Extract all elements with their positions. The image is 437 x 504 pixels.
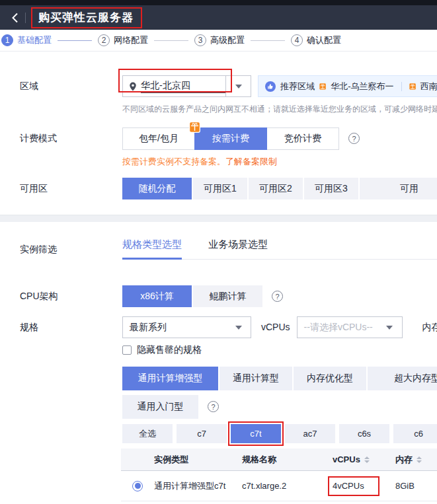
- step-advanced-config[interactable]: 3 高级配置: [194, 34, 245, 46]
- vcpus-select-placeholder: --请选择vCPUs--: [304, 322, 377, 334]
- chevron-down-icon: [235, 85, 242, 89]
- sort-icon[interactable]: [364, 456, 370, 463]
- col-header-instance-type: 实例类型: [154, 454, 242, 466]
- cell-vcpus: 4vCPUs: [323, 481, 389, 491]
- tab-spec-type[interactable]: 规格类型选型: [122, 238, 182, 260]
- cell-instance-type: 通用计算增强型c7t: [154, 480, 242, 492]
- step-number: 1: [1, 34, 13, 46]
- row-radio-selected[interactable]: [132, 481, 143, 491]
- tab-business-scenario[interactable]: 业务场景选型: [208, 238, 268, 260]
- recommended-region-item[interactable]: 西南-贵: [420, 81, 437, 92]
- recommended-region-item[interactable]: 华北-乌兰察布一: [331, 81, 393, 92]
- spec-type-options: 通用计算增强型 通用计算型 内存优化型 超大内存型: [122, 367, 437, 390]
- spec-type-general[interactable]: 通用计算型: [219, 367, 292, 390]
- chevron-down-icon: [235, 326, 242, 330]
- series-select[interactable]: 最新系列: [122, 316, 251, 338]
- az-option-partial[interactable]: 可用: [360, 178, 437, 199]
- gift-icon: [319, 82, 326, 91]
- billing-warning-row: 按需计费实例不支持备案。了解备案限制: [122, 156, 437, 168]
- series-option-c7t[interactable]: c7t: [231, 424, 281, 443]
- app-header: 购买弹性云服务器: [0, 5, 437, 30]
- spec-type-row-2: 通用入门型 ?: [0, 395, 437, 419]
- az-row: 可用区 随机分配 可用区1 可用区2 可用区3 可用: [0, 178, 437, 199]
- vcpus-select[interactable]: --请选择vCPUs--: [297, 316, 403, 338]
- region-select[interactable]: 华北-北京四: [122, 75, 251, 97]
- billing-warning-link[interactable]: 了解备案限制: [225, 157, 277, 166]
- cpu-arch-row: CPU架构 x86计算 鲲鹏计算 ?: [0, 285, 437, 307]
- hide-soldout-label: 隐藏售罄的规格: [137, 344, 202, 356]
- az-option-2[interactable]: 可用区2: [249, 178, 303, 199]
- page-title: 购买弹性云服务器: [38, 11, 134, 24]
- hide-soldout-checkbox[interactable]: [122, 345, 132, 355]
- col-header-memory[interactable]: 内存: [389, 454, 437, 466]
- series-option-c7[interactable]: c7: [177, 424, 227, 443]
- gift-icon: [409, 82, 416, 91]
- filter-tabs: 规格类型选型 业务场景选型: [122, 238, 437, 260]
- recommend-label: 推荐区域: [280, 81, 315, 92]
- col-header-vcpus[interactable]: vCPUs: [323, 454, 389, 464]
- spec-type-general-entry[interactable]: 通用入门型: [122, 395, 198, 419]
- series-option-ac7[interactable]: ac7: [285, 424, 335, 443]
- cpu-option-kunpeng[interactable]: 鲲鹏计算: [193, 285, 262, 307]
- browser-top-strip: [0, 0, 437, 5]
- series-option-c6s[interactable]: c6s: [339, 424, 389, 443]
- series-option-all[interactable]: 全选: [122, 424, 173, 443]
- spec-label: 规格: [20, 316, 122, 338]
- az-option-3[interactable]: 可用区3: [304, 178, 358, 199]
- step-number: 4: [291, 34, 303, 46]
- instance-filter-label: 实例筛选: [20, 238, 122, 260]
- vcpus-dropdown-button[interactable]: [377, 317, 402, 338]
- region-label: 区域: [20, 75, 122, 97]
- step-network-config[interactable]: 2 网络配置: [98, 34, 148, 46]
- cpu-arch-label: CPU架构: [20, 285, 122, 307]
- spec-type-general-enhanced[interactable]: 通用计算增强型: [122, 367, 218, 390]
- cpu-option-x86[interactable]: x86计算: [122, 285, 192, 307]
- billing-option-yearly[interactable]: 包年/包月: [122, 127, 195, 150]
- spec-table: 实例类型 规格名称 vCPUs 内存 通用计算增强型c7t c7t.xlarge…: [121, 449, 437, 501]
- location-pin-icon: [129, 82, 137, 91]
- series-option-c6[interactable]: c6: [393, 424, 437, 443]
- step-basic-config[interactable]: 1 基础配置: [1, 34, 52, 46]
- billing-options: 包年/包月 按需计费 竞价计费: [122, 127, 339, 150]
- spec-type-large-memory[interactable]: 超大内存型: [368, 367, 437, 390]
- spec-type-memory-optimized[interactable]: 内存优化型: [294, 367, 366, 390]
- hide-soldout-row: 隐藏售罄的规格: [122, 344, 437, 356]
- billing-option-spot[interactable]: 竞价计费: [266, 127, 339, 150]
- step-number: 2: [98, 34, 110, 46]
- section-divider: [0, 215, 437, 222]
- az-option-random[interactable]: 随机分配: [122, 178, 192, 199]
- divider: [401, 82, 402, 91]
- series-select-value: 最新系列: [130, 322, 226, 334]
- az-label: 可用区: [20, 178, 122, 199]
- spec-type-help-icon[interactable]: ?: [208, 401, 219, 412]
- cell-memory: 8GiB: [389, 481, 437, 491]
- spec-type-row-1: 通用计算增强型 通用计算型 内存优化型 超大内存型: [0, 367, 437, 390]
- cell-spec-name: c7t.xlarge.2: [242, 481, 323, 491]
- billing-option-on-demand[interactable]: 按需计费: [194, 127, 267, 150]
- vcpus-label: vCPUs: [261, 316, 290, 332]
- az-option-1[interactable]: 可用区1: [193, 178, 247, 199]
- thumbs-up-icon: [265, 81, 276, 92]
- ecs-purchase-screen: 购买弹性云服务器 1 基础配置 2 网络配置 3 高级配置 4 确认配置 区域 …: [0, 0, 437, 504]
- cpu-arch-help-icon[interactable]: ?: [272, 291, 283, 302]
- step-connector: [251, 40, 285, 41]
- instance-filter-row: 实例筛选 规格类型选型 业务场景选型: [0, 238, 437, 260]
- step-confirm-config[interactable]: 4 确认配置: [291, 34, 341, 46]
- step-number: 3: [194, 34, 206, 46]
- az-options: 随机分配 可用区1 可用区2 可用区3 可用: [122, 178, 437, 199]
- billing-help-icon[interactable]: ?: [348, 133, 360, 144]
- chevron-down-icon: [386, 326, 393, 330]
- region-row: 区域 华北-北京四 推荐区域 华北-乌兰察布一 西南-贵: [0, 75, 437, 97]
- region-helper-text: 不同区域的云服务产品之间内网互不相通；请就近选择靠近您业务的区域，可减少网络时延…: [122, 104, 437, 115]
- region-dropdown-button[interactable]: [226, 76, 251, 96]
- cpu-arch-options: x86计算 鲲鹏计算: [122, 285, 262, 307]
- recommended-region-bar: 推荐区域 华北-乌兰察布一 西南-贵: [258, 75, 437, 97]
- sort-icon[interactable]: [417, 456, 422, 463]
- chevron-left-icon: [11, 13, 19, 23]
- step-connector: [58, 40, 92, 41]
- spec-table-row[interactable]: 通用计算增强型c7t c7t.xlarge.2 4vCPUs 8GiB: [121, 471, 437, 501]
- header-divider: [25, 13, 26, 23]
- series-dropdown-button[interactable]: [226, 317, 251, 338]
- back-button[interactable]: [8, 11, 21, 24]
- spec-table-header: 实例类型 规格名称 vCPUs 内存: [121, 449, 437, 471]
